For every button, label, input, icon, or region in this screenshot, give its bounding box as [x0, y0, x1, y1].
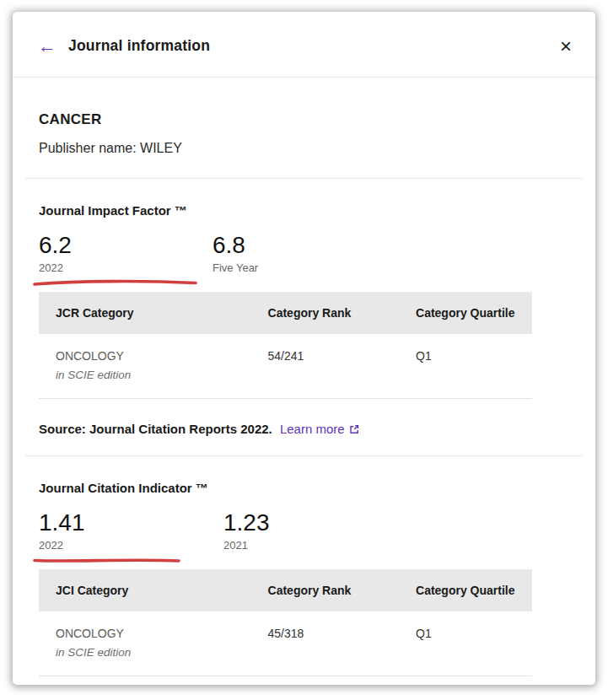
column-header-category: JCI Category	[39, 569, 251, 611]
learn-more-link[interactable]: Learn more	[280, 422, 360, 436]
column-header-rank: Category Rank	[251, 292, 399, 334]
impact-factor-metrics: 6.2 2022 6.8 Five Year	[39, 232, 569, 288]
source-text: Source: Journal Citation Reports 2022.	[39, 422, 272, 436]
rank-cell: 54/241	[251, 334, 399, 399]
table-header: JCR Category Category Rank Category Quar…	[39, 292, 532, 334]
metric-label: 2022	[39, 539, 223, 552]
citation-indicator-section: Journal Citation Indicator ™ 1.41 2022 1…	[39, 456, 569, 685]
table-row: ONCOLOGY in SCIE edition 45/318 Q1	[39, 611, 532, 676]
jcr-category-table: JCR Category Category Rank Category Quar…	[39, 292, 532, 399]
column-header-quartile: Category Quartile	[399, 292, 532, 334]
page-background: ← Journal information × CANCER Publisher…	[0, 0, 608, 700]
highlight-annotation	[32, 555, 182, 565]
metric-value: 1.41	[39, 509, 223, 536]
journal-identity-section: CANCER Publisher name: WILEY	[39, 78, 569, 178]
impact-factor-title: Journal Impact Factor ™	[39, 203, 569, 218]
panel-content: CANCER Publisher name: WILEY Journal Imp…	[13, 78, 595, 685]
learn-more-label: Learn more	[280, 422, 345, 436]
close-icon[interactable]: ×	[560, 38, 572, 55]
column-header-category: JCR Category	[39, 292, 251, 334]
category-edition: in SCIE edition	[56, 369, 234, 381]
category-edition: in SCIE edition	[56, 646, 234, 659]
citation-indicator-title: Journal Citation Indicator ™	[39, 481, 569, 495]
source-line: Source: Journal Citation Reports 2022. L…	[39, 399, 569, 455]
column-header-rank: Category Rank	[251, 569, 399, 611]
jci-category-table: JCI Category Category Rank Category Quar…	[39, 569, 532, 676]
highlight-annotation	[32, 277, 199, 288]
journal-information-panel: ← Journal information × CANCER Publisher…	[13, 12, 595, 685]
citation-indicator-metrics: 1.41 2022 1.23 2021	[39, 509, 569, 565]
table-row: ONCOLOGY in SCIE edition 54/241 Q1	[39, 334, 532, 399]
metric-label: 2022	[39, 261, 213, 274]
external-link-icon	[348, 423, 360, 435]
panel-title: Journal information	[68, 37, 210, 55]
category-name: ONCOLOGY	[56, 349, 234, 363]
quartile-cell: Q1	[399, 334, 532, 399]
category-cell: ONCOLOGY in SCIE edition	[39, 334, 251, 399]
back-arrow-icon[interactable]: ←	[38, 38, 56, 55]
journal-name: CANCER	[39, 111, 569, 128]
quartile-cell: Q1	[399, 611, 532, 676]
category-cell: ONCOLOGY in SCIE edition	[39, 611, 251, 676]
metric-value: 6.8	[213, 232, 386, 259]
table-header: JCI Category Category Rank Category Quar…	[39, 569, 532, 611]
impact-factor-section: Journal Impact Factor ™ 6.2 2022 6.8 Fiv…	[39, 179, 569, 455]
metric-jif-current: 6.2 2022	[39, 232, 213, 288]
metric-value: 6.2	[39, 232, 213, 259]
column-header-quartile: Category Quartile	[399, 569, 532, 611]
metric-label: Five Year	[213, 261, 386, 274]
publisher-name: Publisher name: WILEY	[39, 141, 569, 156]
metric-value: 1.23	[223, 509, 408, 536]
rank-cell: 45/318	[251, 611, 399, 676]
metric-jif-five-year: 6.8 Five Year	[213, 232, 386, 288]
metric-label: 2021	[223, 539, 408, 552]
metric-jci-previous: 1.23 2021	[223, 509, 408, 565]
metric-jci-current: 1.41 2022	[39, 509, 223, 565]
category-name: ONCOLOGY	[56, 627, 234, 640]
panel-header: ← Journal information ×	[13, 12, 595, 78]
